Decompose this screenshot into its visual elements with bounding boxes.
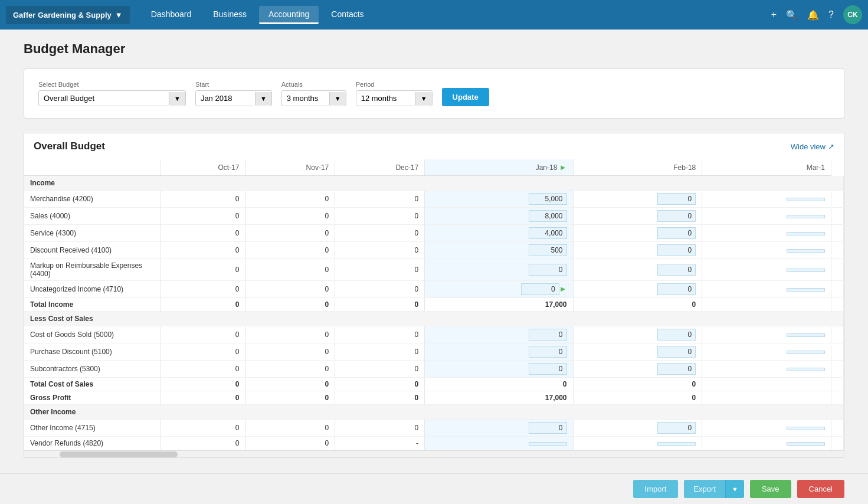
feb-input[interactable]: 0 xyxy=(657,422,696,434)
mar-input[interactable] xyxy=(787,232,825,235)
cell-mar[interactable] xyxy=(702,361,831,378)
cell-mar[interactable] xyxy=(702,242,831,259)
period-input[interactable]: 12 months xyxy=(356,91,415,106)
horizontal-scrollbar[interactable] xyxy=(24,450,844,457)
cell-jan[interactable]: 0 xyxy=(425,343,573,361)
cell-jan: 0 xyxy=(425,378,573,391)
cell-mar[interactable] xyxy=(702,437,831,450)
mar-input[interactable] xyxy=(787,442,825,446)
start-input[interactable]: Jan 2018 xyxy=(196,91,255,106)
nav-link-contacts[interactable]: Contacts xyxy=(322,6,373,24)
mar-input[interactable] xyxy=(787,427,825,430)
feb-input[interactable]: 0 xyxy=(657,227,696,239)
jan-input[interactable]: 0 xyxy=(529,422,567,434)
cell-jan[interactable]: 0► xyxy=(425,281,573,298)
scroll-cell xyxy=(831,298,844,312)
budget-header: Overall Budget Wide view ↗ xyxy=(24,133,844,159)
table-row: Income xyxy=(24,176,844,191)
avatar[interactable]: CK xyxy=(843,5,862,24)
cell-mar[interactable] xyxy=(702,326,831,343)
feb-input[interactable]: 0 xyxy=(657,244,696,256)
jan-input[interactable]: 0 xyxy=(529,329,567,341)
cell-feb[interactable]: 0 xyxy=(573,208,702,225)
help-icon[interactable]: ? xyxy=(828,9,834,20)
cell-nov: 0 xyxy=(245,259,335,281)
mar-input[interactable] xyxy=(787,198,825,201)
mar-input[interactable] xyxy=(787,351,825,354)
feb-input[interactable]: 0 xyxy=(657,329,696,341)
cell-jan[interactable]: 8,000 xyxy=(425,208,573,225)
row-label: Markup on Reimbursable Expenses (4400) xyxy=(24,259,160,281)
cell-feb[interactable]: 0 xyxy=(573,361,702,378)
cell-feb[interactable] xyxy=(573,437,702,450)
jan-input[interactable]: 5,000 xyxy=(529,193,567,205)
cell-feb[interactable]: 0 xyxy=(573,242,702,259)
budget-title: Overall Budget xyxy=(34,140,105,152)
bell-icon[interactable]: 🔔 xyxy=(807,9,819,21)
cell-feb[interactable]: 0 xyxy=(573,191,702,208)
nav-link-accounting[interactable]: Accounting xyxy=(259,6,319,24)
feb-input[interactable] xyxy=(657,442,696,446)
nav-link-business[interactable]: Business xyxy=(204,6,256,24)
feb-input[interactable]: 0 xyxy=(657,283,696,295)
cell-jan[interactable]: 0 xyxy=(425,326,573,343)
mar-input[interactable] xyxy=(787,249,825,253)
cell-mar[interactable] xyxy=(702,259,831,281)
search-icon[interactable]: 🔍 xyxy=(786,9,798,21)
scrollbar-thumb[interactable] xyxy=(60,451,178,457)
cell-mar[interactable] xyxy=(702,420,831,437)
mar-input[interactable] xyxy=(787,269,825,272)
feb-input[interactable]: 0 xyxy=(657,346,696,358)
cell-jan[interactable]: 0 xyxy=(425,420,573,437)
cell-mar[interactable] xyxy=(702,225,831,242)
mar-input[interactable] xyxy=(787,288,825,292)
scroll-cell xyxy=(831,281,844,298)
jan-input[interactable] xyxy=(529,442,567,446)
start-btn[interactable]: ▼ xyxy=(255,92,271,105)
budget-table: Oct-17 Nov-17 Dec-17 Jan-18 ► Feb-18 Mar… xyxy=(24,159,844,450)
mar-input[interactable] xyxy=(787,215,825,218)
feb-input[interactable]: 0 xyxy=(657,264,696,276)
jan-input[interactable]: 0 xyxy=(529,264,567,276)
cell-mar[interactable] xyxy=(702,281,831,298)
cell-mar[interactable] xyxy=(702,343,831,361)
feb-input[interactable]: 0 xyxy=(657,193,696,205)
nav-link-dashboard[interactable]: Dashboard xyxy=(142,6,201,24)
cell-jan[interactable]: 4,000 xyxy=(425,225,573,242)
actuals-input[interactable]: 3 months xyxy=(282,91,329,106)
cell-dec: 0 xyxy=(335,298,425,312)
select-budget-btn[interactable]: ▼ xyxy=(169,92,185,105)
mar-input[interactable] xyxy=(787,368,825,371)
cell-feb[interactable]: 0 xyxy=(573,225,702,242)
cell-mar[interactable] xyxy=(702,208,831,225)
period-btn[interactable]: ▼ xyxy=(415,92,432,105)
scroll-cell xyxy=(831,191,844,208)
feb-input[interactable]: 0 xyxy=(657,363,696,375)
jan-input[interactable]: 0 xyxy=(529,346,567,358)
cell-feb[interactable]: 0 xyxy=(573,259,702,281)
cell-jan[interactable] xyxy=(425,437,573,450)
cell-jan[interactable]: 500 xyxy=(425,242,573,259)
cell-nov: 0 xyxy=(245,281,335,298)
cell-feb[interactable]: 0 xyxy=(573,281,702,298)
jan-input[interactable]: 0 xyxy=(529,363,567,375)
brand-dropdown[interactable]: Gaffer Gardening & Supply ▼ xyxy=(6,6,130,24)
cell-feb[interactable]: 0 xyxy=(573,420,702,437)
cell-feb[interactable]: 0 xyxy=(573,343,702,361)
add-icon[interactable]: + xyxy=(771,9,777,20)
jan-input[interactable]: 4,000 xyxy=(529,227,567,239)
actuals-btn[interactable]: ▼ xyxy=(329,92,346,105)
cell-jan[interactable]: 0 xyxy=(425,259,573,281)
cell-jan[interactable]: 5,000 xyxy=(425,191,573,208)
feb-input[interactable]: 0 xyxy=(657,210,696,222)
wide-view-link[interactable]: Wide view ↗ xyxy=(791,142,834,151)
cell-feb[interactable]: 0 xyxy=(573,326,702,343)
jan-input[interactable]: 0 xyxy=(521,283,559,295)
jan-input[interactable]: 8,000 xyxy=(529,210,567,222)
jan-input[interactable]: 500 xyxy=(529,244,567,256)
cell-mar[interactable] xyxy=(702,191,831,208)
update-button[interactable]: Update xyxy=(442,88,489,106)
mar-input[interactable] xyxy=(787,333,825,337)
cell-jan[interactable]: 0 xyxy=(425,361,573,378)
select-budget-input[interactable]: Overall Budget xyxy=(39,91,169,106)
